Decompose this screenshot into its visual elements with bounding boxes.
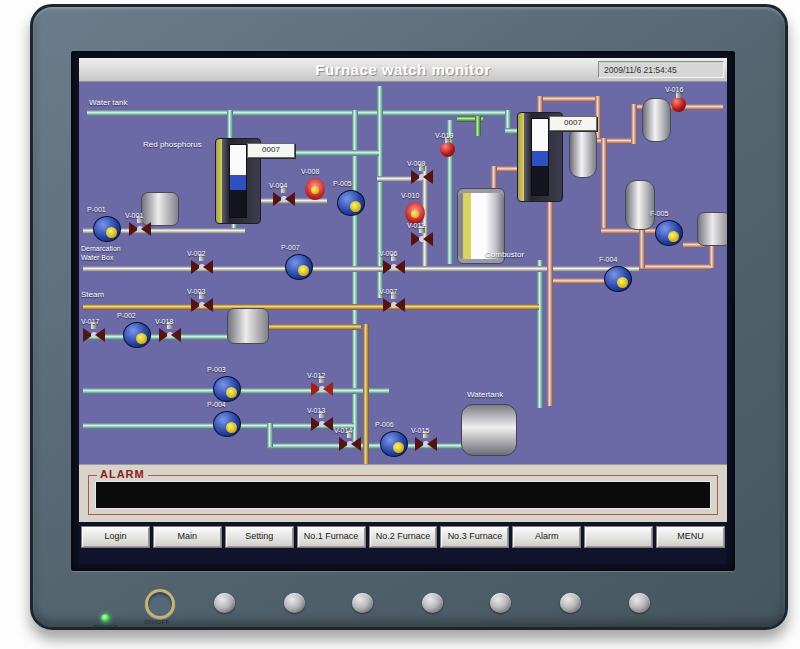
heat-exchanger-cylinder (642, 98, 671, 142)
tag-v015: V-015 (411, 427, 429, 435)
tag-p006: P-006 (375, 421, 394, 429)
function-button-3[interactable] (352, 593, 373, 613)
tank-level-indicator (229, 144, 247, 218)
pipe-segment (547, 278, 609, 284)
tag-f004: F-004 (599, 256, 617, 264)
login-button[interactable]: Login (81, 526, 150, 548)
function-button-5[interactable] (490, 593, 511, 613)
valve-v018[interactable] (159, 328, 181, 342)
no1-furnace-button[interactable]: No.1 Furnace (297, 526, 366, 548)
heat-exchanger-cylinder (625, 180, 655, 230)
pump-p003[interactable] (213, 376, 241, 402)
valve-v009[interactable] (411, 170, 433, 184)
valve-v001[interactable] (129, 222, 151, 236)
pump-p001[interactable] (93, 216, 121, 242)
tag-v003: V-003 (187, 288, 205, 296)
impeller-icon (617, 277, 628, 288)
function-button-1[interactable] (214, 593, 235, 613)
pipe-segment (601, 138, 607, 234)
pump-p002[interactable] (123, 322, 151, 348)
impeller-icon (136, 333, 147, 344)
valve-v008[interactable] (305, 178, 325, 200)
pump-f004[interactable] (604, 266, 632, 292)
tag-v010: V-010 (401, 192, 419, 200)
pipe-segment (83, 266, 639, 272)
main-button[interactable]: Main (153, 526, 222, 548)
process-diagram: 0007 0007 (79, 82, 727, 464)
alarm-button[interactable]: Alarm (512, 526, 581, 548)
valve-v013[interactable] (311, 417, 333, 431)
alarm-title: ALARM (97, 468, 148, 480)
tag-p001: P-001 (87, 206, 106, 214)
menu-button[interactable]: MENU (656, 526, 725, 548)
pump-p007[interactable] (285, 254, 313, 280)
pipe-segment (475, 116, 481, 136)
valve-v015[interactable] (415, 437, 437, 451)
tag-v019: V-019 (435, 132, 453, 140)
watertank-vessel (461, 404, 517, 456)
valve-v011[interactable] (411, 232, 433, 246)
valve-v006[interactable] (383, 260, 405, 274)
valve-v012[interactable] (311, 382, 333, 396)
no3-furnace-button[interactable]: No.3 Furnace (440, 526, 509, 548)
no2-furnace-button[interactable]: No.2 Furnace (369, 526, 438, 548)
tag-p004: P-004 (207, 401, 226, 409)
power-button-label: ON/OFF (140, 619, 174, 625)
valve-indicator-icon (311, 186, 319, 194)
pump-p004[interactable] (213, 411, 241, 437)
setting-button[interactable]: Setting (225, 526, 294, 548)
impeller-icon (226, 387, 237, 398)
pipe-segment (265, 324, 361, 330)
tag-v011: V-011 (407, 222, 425, 230)
pipe-segment (87, 110, 511, 116)
tag-v008: V-008 (301, 168, 319, 176)
tag-p005: P-005 (333, 180, 352, 188)
small-tank (697, 212, 727, 246)
alarm-message-display (95, 481, 711, 509)
tag-v013: V-013 (307, 407, 325, 415)
label-steam: Steam (81, 290, 104, 299)
valve-v003[interactable] (191, 298, 213, 312)
valve-v002[interactable] (191, 260, 213, 274)
tag-v009: V-009 (407, 160, 425, 168)
tag-f005: F-005 (650, 210, 668, 218)
small-tank (227, 308, 269, 344)
pump-p006[interactable] (380, 431, 408, 457)
tag-v001: V-001 (125, 212, 143, 220)
tag-v002: V-002 (187, 250, 205, 258)
tag-v017: V-017 (81, 318, 99, 326)
valve-v017[interactable] (83, 328, 105, 342)
pipe-segment (537, 96, 601, 102)
monitor-bezel: Furnace watch monitor 2009/11/6 21:54:45 (30, 4, 788, 630)
label-demarcation-2: Water Box (81, 253, 113, 262)
tag-p003: P-003 (207, 366, 226, 374)
function-button-6[interactable] (560, 593, 581, 613)
label-combustor: Combustor (485, 250, 524, 259)
impeller-icon (298, 265, 309, 276)
valve-v010[interactable] (405, 202, 425, 224)
valve-v019[interactable] (440, 142, 455, 157)
tag-v018: V-018 (155, 318, 173, 326)
pump-f005[interactable] (655, 220, 683, 246)
function-button-2[interactable] (284, 593, 305, 613)
pipe-segment (363, 324, 369, 464)
valve-v007[interactable] (383, 298, 405, 312)
function-button-4[interactable] (422, 593, 443, 613)
function-button-7[interactable] (629, 593, 650, 613)
tag-v006: V-006 (379, 250, 397, 258)
pump-p005[interactable] (337, 190, 365, 216)
blank-button[interactable] (584, 526, 653, 548)
tag-v004: V-004 (269, 182, 287, 190)
datetime-display: 2009/11/6 21:54:45 (598, 61, 724, 78)
pipe-segment (639, 228, 645, 268)
valve-v004[interactable] (273, 192, 295, 206)
power-led (101, 614, 110, 622)
power-button[interactable] (145, 589, 175, 619)
impeller-icon (106, 227, 117, 238)
small-tank (141, 192, 179, 226)
tag-v007: V-007 (379, 288, 397, 296)
valve-v014[interactable] (339, 437, 361, 451)
label-watertank: Watertank (467, 390, 503, 399)
valve-v016[interactable] (671, 97, 686, 112)
label-water-tank: Water tank (89, 98, 127, 107)
